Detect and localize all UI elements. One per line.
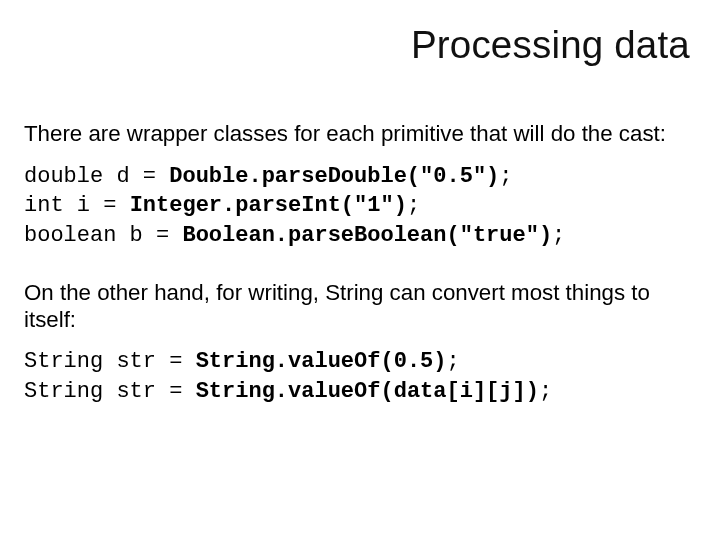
slide-title: Processing data — [24, 24, 690, 66]
code-line: boolean b = Boolean.parseBoolean("true")… — [24, 223, 565, 248]
code-text: ; — [446, 349, 459, 374]
code-text: int i = — [24, 193, 130, 218]
code-text: String str = — [24, 379, 196, 404]
code-emphasis: Boolean.parseBoolean("true") — [182, 223, 552, 248]
code-emphasis: Double.parseDouble("0.5") — [169, 164, 499, 189]
code-text: String str = — [24, 349, 196, 374]
code-emphasis: Integer.parseInt("1") — [130, 193, 407, 218]
code-line: double d = Double.parseDouble("0.5"); — [24, 164, 513, 189]
code-block-2: String str = String.valueOf(0.5); String… — [24, 347, 690, 406]
code-text: ; — [499, 164, 512, 189]
code-line: String str = String.valueOf(data[i][j]); — [24, 379, 552, 404]
code-text: ; — [407, 193, 420, 218]
code-block-1: double d = Double.parseDouble("0.5"); in… — [24, 162, 690, 251]
code-emphasis: String.valueOf(data[i][j]) — [196, 379, 539, 404]
code-line: int i = Integer.parseInt("1"); — [24, 193, 420, 218]
code-text: ; — [539, 379, 552, 404]
code-text: ; — [552, 223, 565, 248]
slide: Processing data There are wrapper classe… — [0, 0, 720, 540]
slide-body: There are wrapper classes for each primi… — [24, 120, 690, 406]
code-line: String str = String.valueOf(0.5); — [24, 349, 460, 374]
intro-paragraph-2: On the other hand, for writing, String c… — [24, 279, 690, 333]
code-text: boolean b = — [24, 223, 182, 248]
code-emphasis: String.valueOf(0.5) — [196, 349, 447, 374]
code-text: double d = — [24, 164, 169, 189]
intro-paragraph-1: There are wrapper classes for each primi… — [24, 120, 690, 147]
